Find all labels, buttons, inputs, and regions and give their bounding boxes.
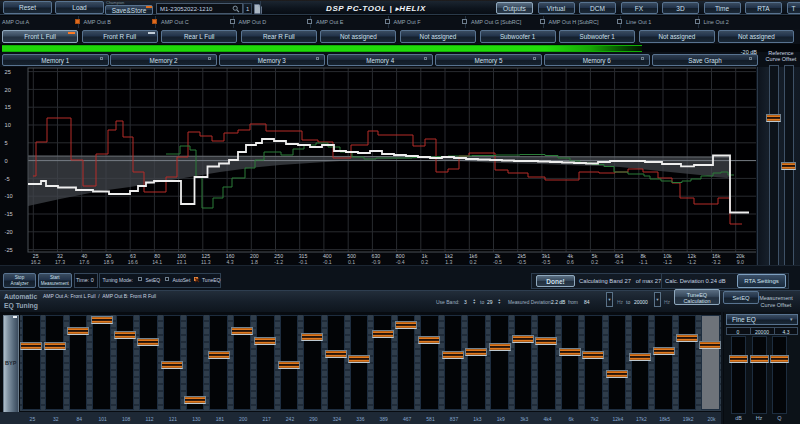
svg-text:25: 25 [33,253,39,259]
svg-text:8k: 8k [640,253,646,259]
svg-text:4k: 4k [568,253,574,259]
svg-text:10k: 10k [663,253,672,259]
svg-text:3k1: 3k1 [542,253,550,259]
svg-text:20: 20 [5,87,11,93]
svg-text:32: 32 [57,253,63,259]
svg-text:12k: 12k [688,253,697,259]
svg-text:16k: 16k [712,253,721,259]
svg-text:200: 200 [250,253,259,259]
svg-text:400: 400 [323,253,332,259]
svg-text:800: 800 [396,253,405,259]
svg-text:20k: 20k [736,253,745,259]
svg-text:5k: 5k [592,253,598,259]
svg-text:100: 100 [177,253,186,259]
svg-text:63: 63 [130,253,136,259]
svg-text:5: 5 [5,140,8,146]
svg-text:500: 500 [347,253,356,259]
svg-text:-25: -25 [5,247,13,253]
svg-text:15: 15 [5,104,11,110]
svg-text:-20: -20 [5,229,13,235]
svg-text:-15: -15 [5,211,13,217]
svg-text:6k3: 6k3 [615,253,623,259]
svg-text:630: 630 [372,253,381,259]
svg-text:2k5: 2k5 [518,253,526,259]
svg-text:-10: -10 [5,193,13,199]
svg-text:0: 0 [5,158,8,164]
svg-text:2k: 2k [495,253,501,259]
svg-text:80: 80 [154,253,160,259]
svg-text:-5: -5 [5,176,10,182]
svg-text:125: 125 [201,253,210,259]
svg-text:160: 160 [226,253,235,259]
svg-text:315: 315 [299,253,308,259]
svg-text:10: 10 [5,122,11,128]
svg-text:25: 25 [5,69,11,75]
svg-text:250: 250 [274,253,283,259]
svg-text:40: 40 [81,253,87,259]
svg-text:1k: 1k [422,253,428,259]
svg-text:1k6: 1k6 [469,253,477,259]
svg-text:50: 50 [106,253,112,259]
svg-text:1k2: 1k2 [445,253,453,259]
